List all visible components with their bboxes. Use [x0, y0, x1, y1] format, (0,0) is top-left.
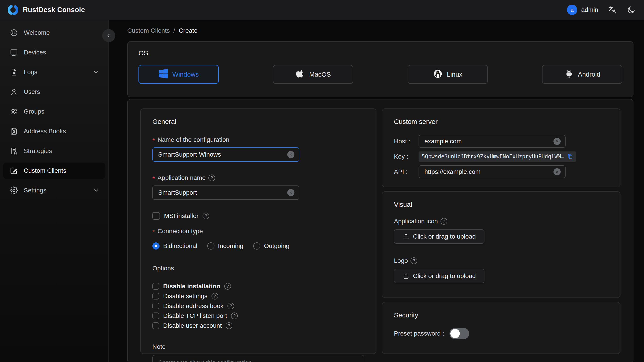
clear-icon[interactable]: ✕ — [554, 168, 561, 176]
help-icon[interactable]: ? — [224, 283, 231, 290]
connection-type-label: * Connection type — [152, 227, 364, 235]
sidebar-collapse-button[interactable] — [102, 29, 115, 42]
connection-type-options: Bidirectional Incoming Outgoing — [152, 242, 364, 250]
toggle-knob — [450, 329, 460, 338]
security-title: Security — [394, 311, 608, 319]
option-row: Disable user account ? — [152, 322, 364, 330]
help-icon[interactable]: ? — [208, 174, 215, 181]
preset-password-toggle[interactable] — [450, 328, 469, 339]
help-icon[interactable]: ? — [202, 212, 209, 219]
username[interactable]: admin — [581, 6, 598, 14]
help-icon[interactable]: ? — [231, 312, 238, 319]
sidebar-item-users[interactable]: Users — [3, 84, 105, 100]
options-list: Disable installation ? Disable settings … — [152, 282, 364, 330]
sidebar-item-custom-clients[interactable]: Custom Clients — [3, 163, 105, 179]
monitor-icon — [10, 48, 18, 56]
os-button-label: Windows — [172, 71, 199, 78]
preset-password-label: Preset password : — [394, 330, 444, 337]
clear-icon[interactable]: ✕ — [554, 138, 561, 145]
os-button-linux[interactable]: Linux — [408, 65, 488, 84]
radio-incoming[interactable]: Incoming — [207, 242, 244, 250]
top-header: RustDesk Console a admin — [0, 0, 644, 20]
help-icon[interactable]: ? — [226, 322, 232, 329]
required-asterisk: * — [152, 175, 155, 182]
app-name-input[interactable] — [158, 189, 287, 196]
sidebar-item-label: Strategies — [24, 148, 52, 154]
user-icon — [10, 88, 18, 96]
help-icon[interactable]: ? — [228, 303, 234, 309]
os-button-windows[interactable]: Windows — [138, 65, 219, 84]
host-row: Host : ✕ — [394, 135, 608, 148]
sidebar-item-logs[interactable]: Logs — [3, 64, 105, 80]
configuration-panel: General * Name of the configuration ✕ * … — [127, 99, 634, 362]
document-icon — [10, 68, 18, 76]
address-book-icon — [10, 127, 18, 135]
application-icon-upload-button[interactable]: Click or drag to upload — [394, 230, 484, 244]
host-input-wrap: ✕ — [418, 135, 566, 148]
disable-tcp-listen-port-checkbox[interactable] — [152, 312, 159, 319]
sidebar-item-label: Devices — [24, 49, 46, 56]
radio-icon — [253, 242, 260, 250]
disable-address-book-checkbox[interactable] — [152, 303, 159, 309]
dark-mode-moon-icon[interactable] — [626, 5, 636, 14]
disable-user-account-checkbox[interactable] — [152, 322, 159, 329]
upload-button-label: Click or drag to upload — [413, 233, 476, 240]
disable-installation-checkbox[interactable] — [152, 283, 159, 290]
api-input[interactable] — [424, 168, 554, 176]
copy-icon[interactable] — [567, 154, 573, 160]
sidebar-item-settings[interactable]: Settings — [3, 182, 105, 198]
breadcrumb-current: Create — [179, 27, 198, 34]
disable-settings-checkbox[interactable] — [152, 293, 159, 300]
breadcrumb: Custom Clients / Create — [127, 20, 634, 41]
avatar[interactable]: a — [567, 5, 577, 15]
sidebar-item-devices[interactable]: Devices — [3, 44, 105, 60]
sidebar-item-label: Users — [24, 88, 40, 96]
android-icon — [564, 69, 574, 80]
host-label: Host : — [394, 138, 418, 145]
security-section: Security Preset password : — [382, 302, 620, 354]
clear-icon[interactable]: ✕ — [287, 189, 294, 196]
config-name-input[interactable] — [158, 151, 287, 158]
app-name-label: * Application name ? — [152, 174, 364, 182]
sidebar-item-strategies[interactable]: Strategies — [3, 143, 105, 159]
os-button-macos[interactable]: MacOS — [273, 65, 353, 84]
sidebar-item-label: Settings — [24, 187, 46, 194]
radio-icon — [152, 242, 160, 250]
upload-icon — [403, 272, 410, 279]
sidebar-item-groups[interactable]: Groups — [3, 104, 105, 120]
translate-icon[interactable] — [608, 5, 617, 14]
os-button-android[interactable]: Android — [542, 65, 622, 84]
preset-password-row: Preset password : — [394, 328, 608, 339]
radio-icon — [207, 242, 214, 250]
sidebar-item-label: Logs — [24, 68, 38, 76]
users-group-icon — [10, 108, 18, 116]
radio-bidirectional[interactable]: Bidirectional — [152, 242, 198, 250]
smiley-icon — [10, 29, 18, 37]
radio-outgoing[interactable]: Outgoing — [253, 242, 290, 250]
os-section: OS Windows MacOS — [127, 41, 634, 97]
msi-installer-checkbox[interactable] — [152, 212, 160, 220]
app-title: RustDesk Console — [23, 6, 85, 14]
sidebar-item-welcome[interactable]: Welcome — [3, 25, 105, 41]
application-icon-label: Application icon ? — [394, 217, 608, 225]
logo-label: Logo ? — [394, 257, 608, 265]
sidebar: Welcome Devices Logs — [0, 20, 109, 362]
key-row: Key : 5Qbwsde3unUcJBtrx9ZkvUmwFNoExHzpry… — [394, 152, 608, 162]
breadcrumb-parent[interactable]: Custom Clients — [127, 27, 170, 34]
os-button-label: Linux — [447, 71, 462, 78]
help-icon[interactable]: ? — [410, 258, 417, 264]
note-textarea[interactable] — [152, 355, 364, 362]
help-icon[interactable]: ? — [440, 218, 447, 225]
key-value-chip: 5Qbwsde3unUcJBtrx9ZkvUmwFNoExHzpryHuPUdq… — [418, 152, 576, 162]
sidebar-item-address-books[interactable]: Address Books — [3, 123, 105, 139]
config-name-label: * Name of the configuration — [152, 136, 364, 144]
option-row: Disable settings ? — [152, 292, 364, 300]
api-input-wrap: ✕ — [418, 165, 566, 178]
rustdesk-logo-icon — [7, 4, 19, 16]
clear-icon[interactable]: ✕ — [287, 151, 294, 158]
option-row: Disable TCP listen port ? — [152, 312, 364, 320]
help-icon[interactable]: ? — [212, 293, 218, 300]
logo-upload-button[interactable]: Click or drag to upload — [394, 269, 484, 283]
os-button-label: MacOS — [309, 71, 331, 78]
host-input[interactable] — [424, 138, 554, 145]
